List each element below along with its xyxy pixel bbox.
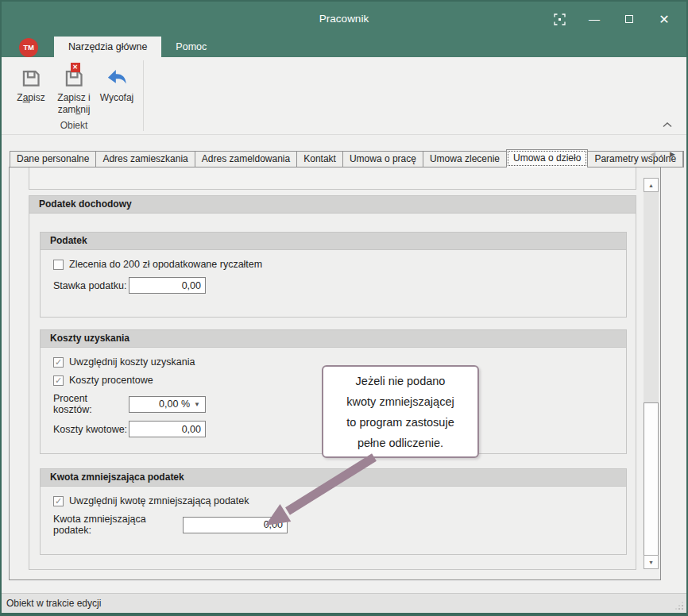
ribbon-group-separator [143, 60, 144, 131]
app-window: Pracownik — ✕ TM [0, 0, 688, 616]
tab-kontakt[interactable]: Kontakt [296, 151, 343, 167]
window-controls: — ✕ [542, 2, 682, 37]
save-icon [21, 67, 42, 89]
uwzglednij-koszty-checkbox-label: Uwzględnij koszty uzyskania [69, 356, 195, 368]
collapse-ribbon-button[interactable] [663, 122, 672, 128]
chevron-up-icon [663, 122, 672, 128]
scrollbar-thumb[interactable] [644, 402, 659, 569]
koszty-procentowe-checkbox[interactable]: ✓ [53, 375, 64, 386]
status-text: Obiekt w trakcie edycji [6, 598, 101, 609]
procent-kosztow-combobox[interactable]: 0,00 % ▼ [129, 396, 206, 413]
scroll-down-icon: ▼ [648, 560, 654, 565]
stawka-podatku-label: Stawka podatku: [53, 280, 129, 291]
scroll-up-icon: ▲ [648, 183, 654, 188]
minimize-button[interactable]: — [577, 2, 612, 37]
ribbon-group-obiekt: Zapisz ✕ Zapisz i zamkn [5, 57, 143, 134]
check-icon: ✓ [55, 357, 62, 368]
callout-line: pełne odliczenie. [323, 433, 477, 453]
minimize-icon: — [589, 13, 600, 25]
uwzglednij-kwote-checkbox-row: ✓ Uwzględnij kwotę zmniejszającą podatek [53, 495, 626, 506]
check-icon: ✓ [55, 496, 62, 506]
koszty-procentowe-checkbox-label: Koszty procentowe [69, 375, 153, 386]
save-label: Zapisz [17, 92, 44, 104]
uwzglednij-kwote-checkbox-label: Uwzględnij kwotę zmniejszającą podatek [69, 495, 249, 506]
close-badge-icon: ✕ [71, 63, 80, 72]
tab-umowa-o-dzielo[interactable]: Umowa o dzieło [506, 149, 588, 167]
scroll-down-button[interactable]: ▼ [644, 555, 659, 569]
koszty-kwotowe-input[interactable] [129, 421, 206, 437]
uwzglednij-koszty-checkbox[interactable]: ✓ [53, 357, 64, 368]
tab-dane-personalne[interactable]: Dane personalne [10, 151, 96, 167]
vertical-scrollbar[interactable]: ▲ ▼ [644, 178, 659, 569]
tab-adres-zamieszkania[interactable]: Adres zamieszkania [95, 151, 195, 167]
procent-kosztow-value: 0,00 % [129, 398, 194, 410]
focus-mode-icon [554, 13, 566, 25]
koszty-kwotowe-label: Koszty kwotowe: [53, 424, 129, 435]
uwzglednij-kwote-checkbox[interactable]: ✓ [53, 496, 64, 506]
tab-scroll-right-icon[interactable]: ► [668, 149, 677, 159]
scrolled-groupbox-remnant [29, 167, 636, 190]
groupbox-podatek-header: Podatek [41, 233, 626, 250]
ryczalt-checkbox[interactable] [53, 260, 64, 270]
close-button[interactable]: ✕ [647, 2, 682, 37]
procent-kosztow-label: Procent kosztów: [53, 393, 129, 415]
scrollbar-track[interactable] [644, 192, 659, 555]
callout-line: kwoty zmniejszającej [323, 391, 477, 412]
maximize-button[interactable] [612, 2, 647, 37]
tab-page-panel: Podatek dochodowy Podatek Zlecenia do 20… [9, 167, 661, 580]
groupbox-podatek-dochodowy-header: Podatek dochodowy [29, 196, 636, 214]
tab-scroll-left-icon[interactable]: ◄ [648, 149, 657, 159]
statusbar: Obiekt w trakcie edycji [2, 593, 686, 613]
undo-label: Wycofaj [100, 92, 134, 104]
groupbox-kwota-zmniejszajaca: Kwota zmniejszająca podatek ✓ Uwzględnij… [40, 468, 627, 555]
document-tabstrip: Dane personalne Adres zamieszkania Adres… [10, 149, 678, 167]
chevron-down-icon: ▼ [194, 401, 205, 408]
groupbox-koszty-uzyskania-header: Koszty uzyskania [41, 330, 626, 348]
save-and-close-label: Zapisz i zamknij [57, 92, 90, 116]
titlebar: Pracownik — ✕ [2, 2, 686, 37]
app-logo[interactable]: TM [19, 38, 38, 57]
ribbon-tab-home[interactable]: Narzędzia główne [54, 37, 161, 57]
save-and-close-button[interactable]: ✕ Zapisz i zamknij [52, 57, 95, 116]
undo-button[interactable]: Wycofaj [95, 57, 138, 116]
ribbon-group-label: Obiekt [5, 120, 143, 131]
save-button[interactable]: Zapisz [10, 57, 52, 116]
close-icon: ✕ [659, 12, 669, 27]
tab-adres-zameldowania[interactable]: Adres zameldowania [195, 151, 297, 167]
ribbon-tab-help[interactable]: Pomoc [161, 37, 221, 57]
callout-line: Jeżeli nie podano [323, 371, 477, 391]
scroll-up-button[interactable]: ▲ [644, 178, 659, 192]
resize-grip[interactable] [674, 601, 683, 610]
ribbon-tab-row: TM Narzędzia główne Pomoc [2, 37, 686, 57]
tab-stub[interactable] [682, 151, 684, 167]
check-icon: ✓ [55, 375, 62, 386]
callout-line: to program zastosuje [323, 412, 477, 433]
tab-umowa-zlecenie[interactable]: Umowa zlecenie [423, 151, 507, 167]
callout-tooltip: Jeżeli nie podano kwoty zmniejszającej t… [322, 365, 479, 458]
kwota-zmniejszajaca-label: Kwota zmniejszająca podatek: [53, 514, 183, 536]
maximize-icon [625, 15, 633, 23]
groupbox-podatek: Podatek Zlecenia do 200 zł opodatkowane … [40, 232, 627, 318]
ryczalt-checkbox-label: Zlecenia do 200 zł opodatkowane ryczałte… [69, 259, 262, 270]
kwota-zmniejszajaca-input[interactable] [183, 517, 288, 533]
stawka-podatku-input[interactable] [129, 277, 206, 294]
kwota-zmniejszajaca-row: Kwota zmniejszająca podatek: [53, 514, 626, 536]
stawka-podatku-row: Stawka podatku: [53, 277, 626, 294]
ryczalt-checkbox-row: Zlecenia do 200 zł opodatkowane ryczałte… [53, 259, 626, 270]
tab-umowa-o-prace[interactable]: Umowa o pracę [342, 151, 423, 167]
focus-mode-button[interactable] [542, 2, 577, 37]
groupbox-kwota-zmniejszajaca-header: Kwota zmniejszająca podatek [41, 469, 626, 487]
ribbon: Zapisz ✕ Zapisz i zamkn [2, 57, 686, 135]
undo-arrow-icon [106, 67, 128, 90]
tab-scroll-buttons: ◄ ► [648, 149, 677, 159]
